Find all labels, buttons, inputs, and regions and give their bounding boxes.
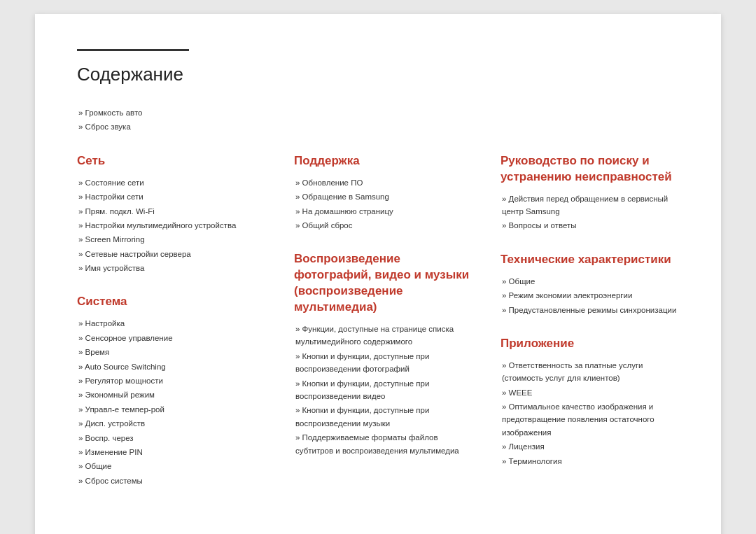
section-title: Технические характеристики: [500, 252, 679, 268]
list-item[interactable]: Вопросы и ответы: [500, 219, 679, 232]
section-title: Поддержка: [294, 153, 472, 169]
left-column: СетьСостояние сетиНастройки сетиПрям. по…: [77, 153, 266, 507]
list-item[interactable]: Лицензия: [500, 440, 679, 453]
list-item[interactable]: Ответственность за платные услуги (стоим…: [500, 359, 679, 385]
list-item[interactable]: Кнопки и функции, доступные при воспроиз…: [294, 350, 472, 376]
section-title: Воспроизведение фотографий, видео и музы…: [294, 251, 472, 316]
section-title: Система: [77, 294, 266, 310]
section-title: Приложение: [500, 336, 679, 352]
section: СистемаНастройкаСенсорное управлениеВрем…: [77, 294, 266, 487]
list-item[interactable]: WEEE: [500, 386, 679, 399]
list-item[interactable]: Общие: [77, 460, 266, 472]
list-item[interactable]: Регулятор мощности: [77, 374, 266, 387]
top-items: Громкость автоСброс звука: [77, 106, 679, 134]
list-item[interactable]: Сброс системы: [77, 475, 266, 487]
list-item[interactable]: Настройки сети: [77, 190, 266, 203]
top-border: [77, 49, 189, 51]
list-item[interactable]: Настройка: [77, 317, 266, 330]
list-item[interactable]: Screen Mirroring: [77, 233, 266, 246]
section: Технические характеристикиОбщиеРежим эко…: [500, 252, 679, 316]
list-item[interactable]: Функции, доступные на странице списка му…: [294, 323, 472, 349]
list-item[interactable]: Сетевые настройки сервера: [77, 248, 266, 260]
list-item[interactable]: Режим экономии электроэнергии: [500, 289, 679, 302]
list-item[interactable]: Прям. подкл. Wi-Fi: [77, 205, 266, 218]
list-item[interactable]: Сенсорное управление: [77, 332, 266, 344]
list-item[interactable]: Оптимальное качество изображения и предо…: [500, 400, 679, 439]
middle-column: ПоддержкаОбновление ПООбращение в Samsun…: [294, 153, 472, 507]
list-item[interactable]: Настройки мультимедийного устройства: [77, 219, 266, 232]
section-title: Руководство по поиску и устранению неисп…: [500, 153, 679, 185]
section: ПоддержкаОбновление ПООбращение в Samsun…: [294, 153, 472, 232]
list-item[interactable]: Обращение в Samsung: [294, 190, 472, 203]
section-title: Сеть: [77, 153, 266, 169]
section: Руководство по поиску и устранению неисп…: [500, 153, 679, 232]
right-column: Руководство по поиску и устранению неисп…: [500, 153, 679, 507]
list-item[interactable]: Экономный режим: [77, 388, 266, 401]
page-title: Содержание: [77, 64, 679, 85]
list-item[interactable]: Кнопки и функции, доступные при воспроиз…: [294, 377, 472, 403]
list-item[interactable]: Состояние сети: [77, 176, 266, 189]
list-item[interactable]: Изменение PIN: [77, 446, 266, 458]
list-item[interactable]: Действия перед обращением в сервисный це…: [500, 192, 679, 218]
list-item[interactable]: Auto Source Switching: [77, 360, 266, 373]
top-item: Сброс звука: [77, 120, 679, 133]
list-item[interactable]: Кнопки и функции, доступные при воспроиз…: [294, 404, 472, 430]
list-item[interactable]: Воспр. через: [77, 432, 266, 444]
top-item: Громкость авто: [77, 106, 679, 119]
section: Воспроизведение фотографий, видео и музы…: [294, 251, 472, 457]
list-item[interactable]: Имя устройства: [77, 262, 266, 274]
content-grid: СетьСостояние сетиНастройки сетиПрям. по…: [77, 153, 679, 507]
section: СетьСостояние сетиНастройки сетиПрям. по…: [77, 153, 266, 275]
list-item[interactable]: Общий сброс: [294, 219, 472, 232]
list-item[interactable]: Дисп. устройств: [77, 417, 266, 430]
list-item[interactable]: Поддерживаемые форматы файлов субтитров …: [294, 431, 472, 457]
list-item[interactable]: На домашнюю страницу: [294, 205, 472, 218]
list-item[interactable]: Обновление ПО: [294, 176, 472, 189]
page-container: Содержание Громкость автоСброс звука Сет…: [35, 14, 721, 534]
list-item[interactable]: Предустановленные режимы синхронизации: [500, 304, 679, 316]
list-item[interactable]: Время: [77, 346, 266, 358]
section: ПриложениеОтветственность за платные усл…: [500, 336, 679, 468]
list-item[interactable]: Терминология: [500, 455, 679, 468]
list-item[interactable]: Управл-е темпер-рой: [77, 403, 266, 416]
list-item[interactable]: Общие: [500, 275, 679, 288]
